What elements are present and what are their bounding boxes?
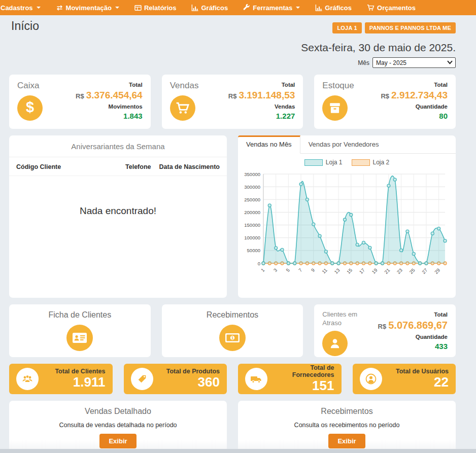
tab-vendas-no-mes[interactable]: Vendas no Mês	[238, 135, 300, 154]
exibir-button[interactable]: Exibir	[328, 434, 365, 448]
svg-text:350000: 350000	[244, 171, 260, 177]
nav-item-relatorios[interactable]: Relatórios	[127, 0, 184, 15]
count-value: 80	[381, 112, 448, 121]
svg-text:21: 21	[383, 267, 391, 275]
sales-tabbar: Vendas no Mês Vendas por Vendedores	[238, 135, 456, 154]
total-value: 2.912.734,43	[391, 90, 448, 100]
svg-text:300000: 300000	[244, 184, 260, 190]
count-label: Vendas	[228, 103, 295, 110]
legend-label: Loja 2	[373, 159, 390, 166]
users-icon	[16, 368, 39, 390]
svg-text:15: 15	[346, 267, 353, 275]
svg-text:1: 1	[260, 267, 266, 273]
nav-item-cadastros[interactable]: Cadastros	[0, 0, 48, 15]
nav-label: Movimentação	[66, 4, 112, 12]
month-select[interactable]: May - 2025	[372, 57, 456, 68]
svg-text:50000: 50000	[247, 248, 260, 253]
top-navbar: Cadastros Movimentação Relatórios Gráfic…	[0, 0, 476, 15]
user-circle-icon	[360, 368, 382, 390]
stat-label: Total de Clientes	[55, 368, 105, 375]
birthdays-panel: Aniversariantes da Semana Código Cliente…	[9, 135, 227, 298]
nav-label: Orçamentos	[377, 4, 416, 12]
nav-item-graficos-2[interactable]: Gráficos	[308, 0, 359, 15]
tab-vendas-por-vendedores[interactable]: Vendas por Vendedores	[300, 135, 387, 153]
svg-text:3: 3	[273, 267, 279, 273]
svg-text:29: 29	[433, 267, 441, 275]
column-header-telefone: Telefone	[125, 163, 151, 170]
total-fornecedores-card: Total de Fornecedores 151	[238, 364, 342, 394]
panel-description: Consulta os recebimentos no período	[238, 422, 456, 429]
sales-area-chart: 0500001000001500002000002500003000003500…	[238, 166, 456, 289]
estoque-card: Estoque Total R$2.912.734,43 Quantidade …	[314, 75, 456, 129]
total-label: Total	[378, 311, 448, 318]
cart-icon	[367, 4, 375, 11]
nav-item-graficos[interactable]: Gráficos	[184, 0, 235, 15]
svg-text:250000: 250000	[244, 197, 260, 202]
exibir-button[interactable]: Exibir	[99, 434, 136, 448]
currency-label: R$	[76, 92, 84, 100]
store-badges: LOJA 1 PANNOS E PANNOS LTDA ME	[332, 22, 456, 33]
bottom-strip	[0, 449, 476, 453]
count-value: 433	[378, 342, 448, 352]
store-badge[interactable]: LOJA 1	[332, 22, 361, 33]
panel-title: Vendas Detalhado	[9, 407, 227, 416]
clientes-atraso-card: Clientes em Atraso Total R$5.076.869,67 …	[314, 304, 456, 357]
nav-items: Cadastros Movimentação Relatórios Gráfic…	[0, 0, 423, 15]
stat-label: Total de Produtos	[166, 368, 220, 375]
tag-icon	[131, 368, 153, 390]
svg-text:5: 5	[285, 267, 291, 273]
total-label: Total	[76, 81, 143, 88]
column-header-codigo-cliente: Código Cliente	[16, 163, 61, 170]
user-icon	[322, 331, 348, 356]
stat-label: Total de Usuários	[396, 368, 449, 375]
total-label: Total	[381, 81, 448, 88]
currency-label: R$	[228, 92, 237, 100]
id-card-icon	[66, 325, 93, 351]
svg-text:25: 25	[408, 267, 416, 275]
exchange-icon	[56, 5, 63, 11]
svg-text:23: 23	[396, 267, 403, 275]
total-usuarios-card: Total de Usuários 22	[353, 364, 456, 394]
cart-icon	[170, 95, 195, 121]
card-title: Clientes em Atraso	[322, 310, 366, 328]
recebimentos-card[interactable]: Recebimentos 1	[162, 304, 303, 357]
column-header-nascimento: Data de Nascimento	[159, 163, 220, 170]
svg-text:7: 7	[297, 267, 303, 273]
svg-text:9: 9	[310, 267, 316, 273]
card-title: Caixa	[17, 81, 43, 91]
main-content: Início LOJA 1 PANNOS E PANNOS LTDA ME Se…	[0, 15, 476, 453]
ficha-clientes-card[interactable]: Ficha de Clientes	[9, 304, 151, 357]
panel-title: Recebimentos	[238, 407, 456, 416]
card-title: Estoque	[322, 81, 354, 91]
stat-value: 1.911	[55, 375, 105, 390]
legend-item-loja2[interactable]: Loja 2	[352, 159, 390, 166]
nav-item-orcamentos[interactable]: Orçamentos	[359, 0, 423, 15]
svg-text:13: 13	[333, 267, 341, 275]
count-value: 1.843	[76, 112, 143, 121]
nav-item-ferramentas[interactable]: Ferramentas	[235, 0, 308, 15]
sales-chart-block: Vendas no Mês Vendas por Vendedores Loja…	[238, 135, 456, 298]
dollar-icon: $	[17, 95, 43, 121]
bar-chart-icon	[191, 5, 198, 11]
count-label: Quantidade	[378, 333, 448, 340]
wrench-icon	[243, 4, 250, 11]
total-label: Total	[228, 81, 295, 88]
nav-label: Cadastros	[1, 4, 33, 12]
stat-label: Total de Fornecedores	[267, 364, 334, 379]
legend-label: Loja 1	[326, 159, 343, 166]
count-label: Movimentos	[76, 103, 143, 110]
birthdays-table-header: Código Cliente Telefone Data de Nascimen…	[9, 157, 227, 176]
total-clientes-card: Total de Clientes 1.911	[9, 364, 113, 394]
nav-item-movimentacao[interactable]: Movimentação	[48, 0, 127, 15]
current-date: Sexta-feira, 30 de maio de 2025.	[9, 42, 456, 54]
svg-text:200000: 200000	[244, 210, 260, 215]
company-badge[interactable]: PANNOS E PANNOS LTDA ME	[365, 22, 456, 33]
card-title: Recebimentos	[162, 310, 303, 320]
currency-label: R$	[378, 323, 387, 330]
chevron-down-icon	[115, 7, 119, 9]
count-value: 1.227	[228, 112, 295, 121]
card-title: Ficha de Clientes	[9, 310, 151, 320]
legend-item-loja1[interactable]: Loja 1	[304, 159, 343, 166]
page-title: Início	[11, 19, 39, 33]
chevron-down-icon	[296, 7, 300, 9]
